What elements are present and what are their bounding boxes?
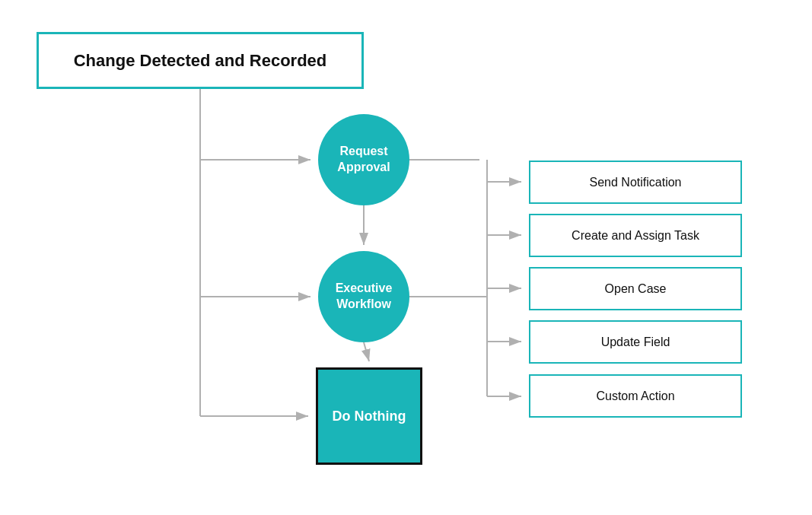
open-case-label: Open Case xyxy=(605,282,667,296)
approval-label: RequestApproval xyxy=(337,144,390,176)
update-field-box: Update Field xyxy=(529,320,742,364)
svg-line-6 xyxy=(364,342,369,361)
custom-action-label: Custom Action xyxy=(596,389,674,403)
approval-circle: RequestApproval xyxy=(318,114,409,205)
start-box: Change Detected and Recorded xyxy=(37,32,364,89)
send-notification-label: Send Notification xyxy=(590,176,682,189)
executive-circle: ExecutiveWorkflow xyxy=(318,251,409,342)
do-nothing-box: Do Nothing xyxy=(316,367,422,465)
custom-action-box: Custom Action xyxy=(529,374,742,418)
update-field-label: Update Field xyxy=(601,335,670,349)
start-box-label: Change Detected and Recorded xyxy=(74,51,327,71)
create-task-label: Create and Assign Task xyxy=(572,229,699,243)
do-nothing-label: Do Nothing xyxy=(333,409,406,424)
open-case-box: Open Case xyxy=(529,267,742,310)
executive-label: ExecutiveWorkflow xyxy=(336,281,393,313)
diagram-container: Change Detected and Recorded RequestAppr… xyxy=(0,0,812,515)
create-task-box: Create and Assign Task xyxy=(529,214,742,257)
send-notification-box: Send Notification xyxy=(529,161,742,204)
